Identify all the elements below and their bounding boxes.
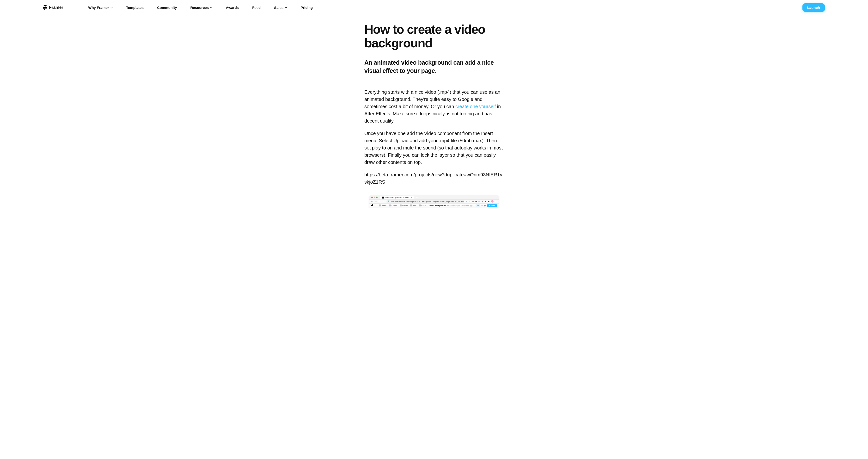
browser-address-bar: ← → ⟳ ⌂ 🔒 https://beta.framer.com/projec… [369,200,499,204]
nav-sales[interactable]: Sales [274,5,287,10]
favicon-icon [382,197,384,199]
browser-extensions: ⇪ ☆ ▦ ◆ ✦ ▲ ◉ ▣ ⋮ [466,200,497,203]
article-content: How to create a video background An anim… [364,16,504,208]
home-icon: ⌂ [382,200,385,203]
text-icon [410,204,412,206]
chevron-down-icon [285,7,287,8]
forward-icon: → [375,200,377,203]
ext-icon: ▣ [488,200,490,203]
paragraph-2: Once you have one add the Video componen… [364,130,504,166]
frame-tool: Frame [400,204,408,207]
tool-label: Layout [392,204,397,207]
tool-label: Insert [382,204,386,207]
cms-tool: CMS [419,204,426,207]
nav-label: Templates [126,5,144,10]
close-tab-icon: × [411,196,412,199]
nav-pricing[interactable]: Pricing [301,5,313,10]
plus-icon [379,204,381,206]
window-controls [371,197,377,198]
nav-label: Pricing [301,5,313,10]
nav-label: Awards [226,5,239,10]
tab-title: Video Background – Framer [385,196,409,199]
project-name: Video Background [429,204,446,207]
project-title: Video Background desirable-copy-062712.f… [428,204,473,207]
tool-label: CMS [422,204,426,207]
gear-icon: ⚙ [481,204,483,207]
lock-icon: 🔒 [388,200,390,202]
minimize-icon [374,197,375,198]
ext-icon: ✦ [478,200,480,203]
toolbar-right: All ⚙ ▶ Publish [475,204,497,207]
ext-icon: ▦ [472,200,474,203]
nav-feed[interactable]: Feed [252,5,260,10]
play-icon: ▶ [485,204,486,207]
address-url: https://beta.framer.com/projects/Video-B… [391,200,464,203]
close-icon [371,197,373,198]
star-icon: ☆ [469,200,470,203]
create-one-yourself-link[interactable]: create one yourself [455,104,496,109]
nav-why-framer[interactable]: Why Framer [88,5,113,10]
ext-icon: ◉ [485,200,486,203]
nav-community[interactable]: Community [157,5,177,10]
primary-nav: Why Framer Templates Community Resources… [88,5,313,10]
frame-icon [400,204,402,206]
breakpoint-chip: All [475,204,480,207]
embedded-screenshot: Video Background – Framer × + ← → ⟳ ⌂ 🔒 … [369,195,499,208]
avatar-icon [491,200,494,203]
project-file: desirable-copy-062712.framer.app [447,205,472,206]
browser-tab: Video Background – Framer × [380,196,414,199]
app-toolbar: ▾ Insert Layout Frame Text CMS [369,204,499,208]
share-icon: ⇪ [466,200,467,203]
ext-icon: ▲ [481,200,483,203]
nav-label: Sales [274,5,283,10]
nav-label: Why Framer [88,5,109,10]
top-header: Framer Why Framer Templates Community Re… [0,0,868,16]
framer-logo-icon [371,204,373,207]
duplicate-url: https://beta.framer.com/projects/new?dup… [364,171,504,185]
cms-icon [419,204,421,206]
nav-resources[interactable]: Resources [190,5,213,10]
page-title: How to create a video background [364,23,504,50]
nav-awards[interactable]: Awards [226,5,239,10]
launch-button[interactable]: Launch [802,3,825,12]
chevron-down-icon [111,7,113,8]
nav-label: Resources [190,5,209,10]
address-field: 🔒 https://beta.framer.com/projects/Video… [386,200,464,203]
nav-templates[interactable]: Templates [126,5,144,10]
kebab-icon: ⋮ [495,200,497,203]
ext-icon: ◆ [475,200,477,203]
paragraph-1: Everything starts with a nice video (.mp… [364,88,504,124]
tool-label: Text [413,204,416,207]
chevron-down-icon: ▾ [376,204,377,206]
chevron-down-icon [210,7,212,8]
browser-titlebar: Video Background – Framer × + [369,195,499,200]
reload-icon: ⟳ [378,200,381,203]
layout-icon [389,204,391,206]
new-tab-icon: + [416,196,418,199]
nav-label: Community [157,5,177,10]
brand-logo[interactable]: Framer [43,5,63,10]
tool-label: Frame [402,204,408,207]
text-tool: Text [410,204,416,207]
publish-button: Publish [487,204,497,207]
insert-tool: Insert [379,204,386,207]
brand-name: Framer [49,5,63,10]
layout-tool: Layout [389,204,397,207]
maximize-icon [376,197,377,198]
nav-label: Feed [252,5,260,10]
framer-logo-icon [43,5,47,10]
back-icon: ← [371,200,373,203]
page-subtitle: An animated video background can add a n… [364,59,504,75]
